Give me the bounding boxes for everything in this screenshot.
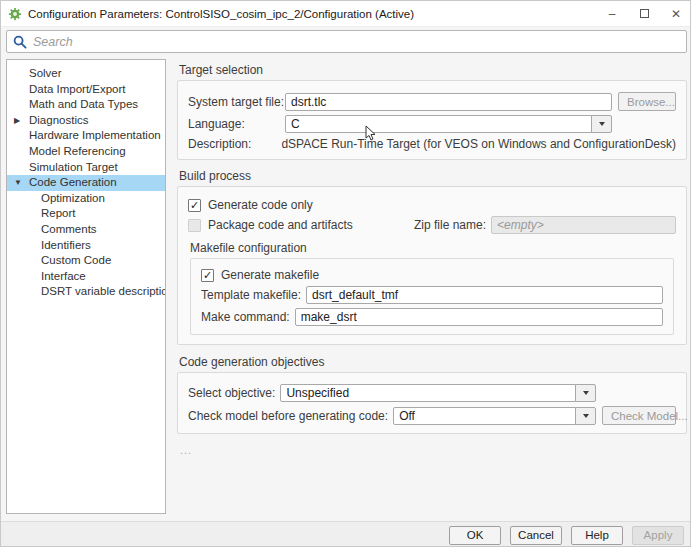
sidebar-item-label: Optimization <box>41 192 105 204</box>
system-target-file-label: System target file: <box>188 95 285 109</box>
sidebar-item-interface[interactable]: Interface <box>7 269 165 285</box>
maximize-icon <box>640 9 649 18</box>
chevron-down-icon <box>583 414 589 418</box>
system-target-file-input[interactable] <box>285 93 612 111</box>
language-value[interactable] <box>285 115 592 133</box>
zip-file-name-input <box>491 216 676 234</box>
package-code-label: Package code and artifacts <box>208 218 380 232</box>
makefile-configuration-group: Generate makefile Template makefile: Mak… <box>190 258 674 335</box>
generate-code-only-checkbox[interactable] <box>188 199 201 212</box>
minimize-button[interactable]: – <box>596 1 628 26</box>
check-model-value[interactable] <box>393 407 576 425</box>
sidebar-item-label: Data Import/Export <box>29 83 126 95</box>
code-generation-objectives-title: Code generation objectives <box>179 355 687 369</box>
sidebar-item-label: Model Referencing <box>29 145 126 157</box>
sidebar-item-dsrt-variable-description[interactable]: DSRT variable descriptio... <box>7 284 165 300</box>
generate-code-only-label: Generate code only <box>208 198 313 212</box>
sidebar-item-label: Hardware Implementation <box>29 129 161 141</box>
check-model-dropdown-button[interactable] <box>575 407 596 425</box>
sidebar-item-label: Simulation Target <box>29 161 118 173</box>
sidebar-item-data-import-export[interactable]: Data Import/Export <box>7 82 165 98</box>
sidebar-item-custom-code[interactable]: Custom Code <box>7 253 165 269</box>
close-button[interactable]: ✕ <box>660 1 691 26</box>
sidebar-item-diagnostics[interactable]: ▶Diagnostics <box>7 113 165 129</box>
sidebar-item-hardware-implementation[interactable]: Hardware Implementation <box>7 128 165 144</box>
select-objective-label: Select objective: <box>188 386 275 400</box>
sidebar-item-comments[interactable]: Comments <box>7 222 165 238</box>
code-generation-objectives-group: Select objective: Check model before gen… <box>177 372 687 434</box>
build-process-title: Build process <box>179 169 687 183</box>
check-model-label: Check model before generating code: <box>188 409 388 423</box>
language-dropdown-button[interactable] <box>591 115 612 133</box>
dialog-footer: OK Cancel Help Apply <box>1 521 691 547</box>
sidebar-item-code-generation[interactable]: ▼Code Generation <box>7 175 165 191</box>
title-bar: Configuration Parameters: ControlSISO_co… <box>1 1 691 27</box>
zip-file-name-label: Zip file name: <box>414 218 486 232</box>
sidebar-item-label: Interface <box>41 270 86 282</box>
sidebar-item-label: DSRT variable descriptio... <box>41 285 165 297</box>
search-bar <box>6 30 687 53</box>
language-label: Language: <box>188 117 285 131</box>
description-label: Description: <box>188 137 281 151</box>
target-selection-title: Target selection <box>179 63 687 77</box>
search-icon <box>13 35 27 49</box>
sidebar-item-solver[interactable]: Solver <box>7 66 165 82</box>
category-tree: Solver Data Import/Export Math and Data … <box>6 59 166 514</box>
help-button[interactable]: Help <box>571 526 623 545</box>
sidebar-item-optimization[interactable]: Optimization <box>7 191 165 207</box>
sidebar-item-simulation-target[interactable]: Simulation Target <box>7 160 165 176</box>
sidebar-item-identifiers[interactable]: Identifiers <box>7 238 165 254</box>
sidebar-item-label: Code Generation <box>29 176 117 188</box>
cancel-button[interactable]: Cancel <box>510 526 562 545</box>
make-command-label: Make command: <box>201 310 290 324</box>
select-objective-combobox <box>280 384 596 402</box>
maximize-button[interactable] <box>628 1 660 26</box>
description-value: dSPACE Run-Time Target (for VEOS on Wind… <box>281 137 676 151</box>
configuration-parameters-dialog: { "window": { "title": "Configuration Pa… <box>0 0 691 547</box>
make-command-input[interactable] <box>295 308 663 326</box>
sidebar-item-label: Comments <box>41 223 97 235</box>
sidebar-item-label: Identifiers <box>41 239 91 251</box>
select-objective-value[interactable] <box>280 384 576 402</box>
generate-makefile-checkbox[interactable] <box>201 269 214 282</box>
language-combobox <box>285 115 612 133</box>
window-controls: – ✕ <box>596 1 691 26</box>
build-process-group: Generate code only Package code and arti… <box>177 186 687 345</box>
generate-makefile-label: Generate makefile <box>221 268 319 282</box>
settings-panel: Target selection System target file: Bro… <box>177 59 687 456</box>
sidebar-item-label: Report <box>41 207 76 219</box>
ok-button[interactable]: OK <box>449 526 501 545</box>
ellipsis-text: ... <box>180 444 687 456</box>
chevron-down-icon <box>583 391 589 395</box>
select-objective-dropdown-button[interactable] <box>575 384 596 402</box>
sidebar-item-model-referencing[interactable]: Model Referencing <box>7 144 165 160</box>
apply-button: Apply <box>632 526 684 545</box>
sidebar-item-label: Custom Code <box>41 254 111 266</box>
template-makefile-input[interactable] <box>306 286 663 304</box>
sidebar-item-label: Solver <box>29 67 62 79</box>
sidebar-item-report[interactable]: Report <box>7 206 165 222</box>
window-title: Configuration Parameters: ControlSISO_co… <box>28 8 414 20</box>
makefile-configuration-title: Makefile configuration <box>190 241 676 255</box>
browse-button[interactable]: Browse... <box>618 92 676 111</box>
target-selection-group: System target file: Browse... Language: … <box>177 80 687 160</box>
check-model-combobox <box>393 407 596 425</box>
sidebar-item-label: Math and Data Types <box>29 98 138 110</box>
collapsed-arrow-icon[interactable]: ▶ <box>14 113 26 129</box>
check-model-button[interactable]: Check Model... <box>602 406 676 425</box>
expanded-arrow-icon[interactable]: ▼ <box>14 175 26 191</box>
sidebar-item-label: Diagnostics <box>29 114 88 126</box>
app-gear-icon <box>8 7 22 21</box>
search-input[interactable] <box>33 35 680 49</box>
chevron-down-icon <box>599 122 605 126</box>
template-makefile-label: Template makefile: <box>201 288 301 302</box>
package-code-checkbox[interactable] <box>188 219 201 232</box>
sidebar-item-math-and-data-types[interactable]: Math and Data Types <box>7 97 165 113</box>
